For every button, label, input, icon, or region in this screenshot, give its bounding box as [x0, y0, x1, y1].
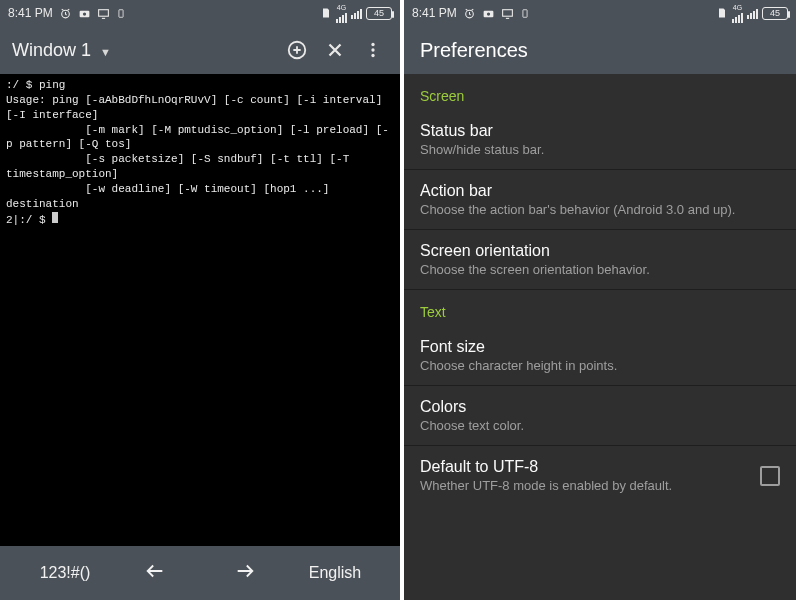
pref-default-utf8[interactable]: Default to UTF-8 Whether UTF-8 mode is e… [404, 446, 796, 505]
terminal-line: [-s packetsize] [-S sndbuf] [-t ttl] [-T… [6, 153, 356, 180]
sim-icon [320, 7, 332, 19]
pref-title: Status bar [420, 122, 780, 140]
battery-icon: 45 [762, 7, 788, 20]
terminal-line: :/ $ ping [6, 79, 65, 91]
svg-rect-13 [523, 9, 527, 17]
close-button[interactable] [320, 35, 350, 65]
pref-colors[interactable]: Colors Choose text color. [404, 386, 796, 446]
status-right: 4G 45 [716, 4, 788, 23]
overflow-menu-button[interactable] [358, 35, 388, 65]
pref-action-bar[interactable]: Action bar Choose the action bar's behav… [404, 170, 796, 230]
pref-title: Action bar [420, 182, 780, 200]
pref-sub: Whether UTF-8 mode is enabled by default… [420, 478, 750, 493]
status-bar: 8:41 PM 4G 45 [404, 0, 796, 26]
phone-icon [520, 7, 530, 20]
preferences-list[interactable]: Screen Status bar Show/hide status bar. … [404, 74, 796, 505]
signal-icon-2 [351, 7, 362, 19]
keyboard-bar: 123!#() English [0, 546, 400, 600]
camera-icon [482, 7, 495, 20]
svg-point-2 [83, 12, 86, 15]
pref-sub: Show/hide status bar. [420, 142, 780, 157]
svg-rect-3 [98, 9, 108, 16]
svg-point-7 [371, 48, 374, 51]
pref-title: Screen orientation [420, 242, 780, 260]
phone-icon [116, 7, 126, 20]
status-left: 8:41 PM [412, 6, 530, 20]
svg-rect-4 [119, 9, 123, 17]
pref-screen-orientation[interactable]: Screen orientation Choose the screen ori… [404, 230, 796, 290]
terminal-line: 2|:/ $ [6, 214, 52, 226]
preferences-pane: 8:41 PM 4G 45 P [400, 0, 796, 600]
status-bar: 8:41 PM 4G 45 [0, 0, 400, 26]
terminal-line: Usage: ping [-aAbBdDfhLnOqrRUvV] [-c cou… [6, 94, 389, 121]
net-label: 4G [732, 4, 743, 23]
status-time: 8:41 PM [8, 6, 53, 20]
terminal-line: [-m mark] [-M pmtudisc_option] [-l prelo… [6, 124, 389, 151]
page-title: Preferences [420, 39, 528, 62]
pref-sub: Choose text color. [420, 418, 780, 433]
language-key[interactable]: English [305, 564, 365, 582]
signal-icon [336, 11, 347, 23]
svg-point-8 [371, 54, 374, 57]
section-label-screen: Screen [404, 74, 796, 110]
pref-font-size[interactable]: Font size Choose character height in poi… [404, 326, 796, 386]
net-label: 4G [336, 4, 347, 23]
battery-icon: 45 [366, 7, 392, 20]
sim-icon [716, 7, 728, 19]
cursor [52, 212, 58, 223]
section-label-text: Text [404, 290, 796, 326]
terminal-pane: 8:41 PM 4G 45 [0, 0, 400, 600]
terminal-output[interactable]: :/ $ ping Usage: ping [-aAbBdDfhLnOqrRUv… [0, 74, 400, 546]
chevron-down-icon: ▼ [100, 46, 111, 58]
window-dropdown[interactable]: Window 1 ▼ [12, 40, 111, 61]
add-window-button[interactable] [282, 35, 312, 65]
alarm-icon [463, 7, 476, 20]
utf8-checkbox[interactable] [760, 466, 780, 486]
preferences-header: Preferences [404, 26, 796, 74]
status-right: 4G 45 [320, 4, 392, 23]
svg-rect-12 [502, 9, 512, 16]
pref-title: Default to UTF-8 [420, 458, 750, 476]
app-bar: Window 1 ▼ [0, 26, 400, 74]
signal-icon-2 [747, 7, 758, 19]
svg-point-11 [487, 12, 490, 15]
arrow-right-key[interactable] [215, 560, 275, 586]
pref-sub: Choose the action bar's behavior (Androi… [420, 202, 780, 217]
pref-sub: Choose the screen orientation behavior. [420, 262, 780, 277]
pref-title: Font size [420, 338, 780, 356]
status-left: 8:41 PM [8, 6, 126, 20]
status-time: 8:41 PM [412, 6, 457, 20]
monitor-icon [501, 7, 514, 20]
camera-icon [78, 7, 91, 20]
terminal-line: [-w deadline] [-W timeout] [hop1 ...] de… [6, 183, 336, 210]
pref-sub: Choose character height in points. [420, 358, 780, 373]
svg-point-6 [371, 43, 374, 46]
pref-title: Colors [420, 398, 780, 416]
arrow-left-key[interactable] [125, 560, 185, 586]
monitor-icon [97, 7, 110, 20]
alarm-icon [59, 7, 72, 20]
symbols-key[interactable]: 123!#() [35, 564, 95, 582]
signal-icon [732, 11, 743, 23]
pref-status-bar[interactable]: Status bar Show/hide status bar. [404, 110, 796, 170]
